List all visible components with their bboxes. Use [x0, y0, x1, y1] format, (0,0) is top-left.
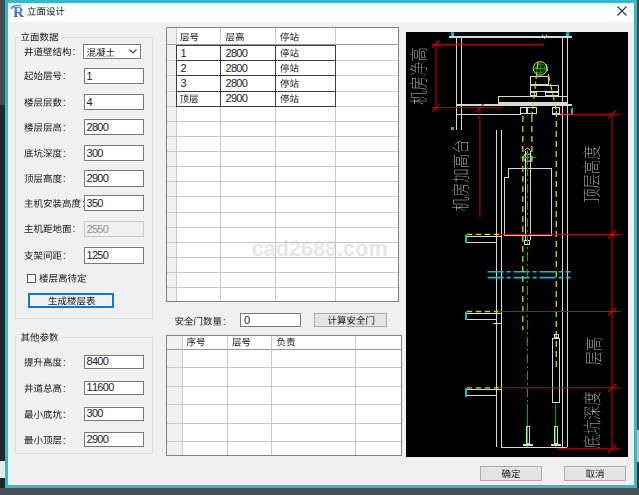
- svg-text:1: 1: [181, 47, 187, 59]
- svg-text:2800: 2800: [226, 47, 248, 59]
- svg-text::: :: [63, 435, 66, 446]
- svg-text::: :: [63, 122, 66, 133]
- svg-text:350: 350: [87, 197, 104, 209]
- svg-text:11600: 11600: [87, 381, 115, 393]
- svg-text:2900: 2900: [87, 172, 109, 184]
- svg-text::: :: [63, 148, 66, 159]
- svg-text::: :: [63, 383, 66, 394]
- svg-text:0: 0: [244, 314, 250, 326]
- svg-text::: :: [63, 173, 66, 184]
- svg-text::: :: [73, 46, 76, 57]
- svg-text:2900: 2900: [226, 92, 248, 104]
- svg-text:2: 2: [181, 62, 187, 74]
- svg-text::: :: [63, 409, 66, 420]
- svg-text::: :: [63, 250, 66, 261]
- svg-text:2550: 2550: [87, 223, 109, 235]
- svg-text::: :: [63, 97, 66, 108]
- svg-text:300: 300: [87, 407, 104, 419]
- svg-text::: :: [63, 70, 66, 81]
- svg-text:2900: 2900: [87, 433, 109, 445]
- svg-text:2800: 2800: [226, 77, 248, 89]
- svg-text:1250: 1250: [87, 249, 109, 261]
- svg-text:1: 1: [87, 70, 93, 82]
- svg-text::: :: [73, 223, 76, 234]
- svg-text::: :: [223, 316, 226, 327]
- svg-text:2800: 2800: [87, 121, 109, 133]
- svg-text:4: 4: [87, 96, 93, 108]
- svg-text:2800: 2800: [226, 62, 248, 74]
- svg-text::: :: [63, 357, 66, 368]
- svg-text:8400: 8400: [87, 355, 109, 367]
- svg-text:3: 3: [181, 77, 187, 89]
- svg-text:300: 300: [87, 147, 104, 159]
